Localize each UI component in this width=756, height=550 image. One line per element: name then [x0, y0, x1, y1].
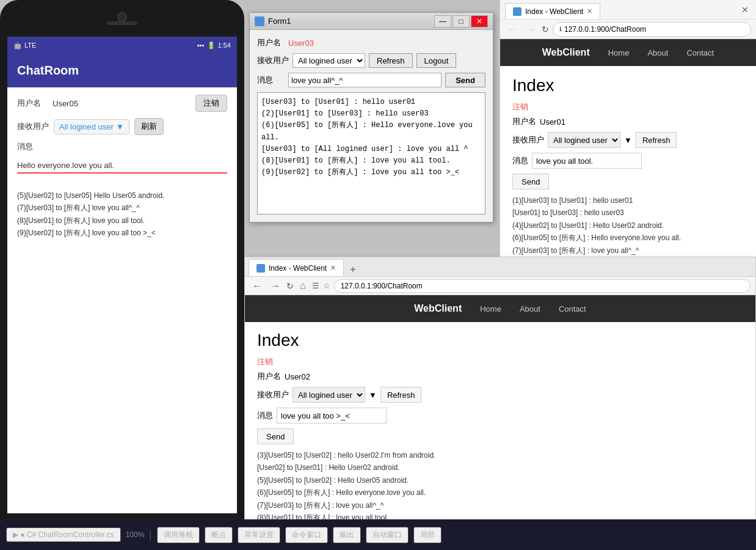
new-tab-btn[interactable]: +	[346, 264, 359, 275]
browser-top-nav-home[interactable]: Home	[608, 48, 630, 57]
form1-title: Form1	[268, 16, 291, 26]
browser-bottom-nav-home[interactable]: Home	[480, 304, 501, 314]
browser-top-nav-contact[interactable]: Contact	[686, 48, 714, 57]
browser-top-titlebar: Index - WebClient ✕ ✕	[500, 0, 756, 20]
browser-bottom-username-value: User02	[285, 372, 310, 381]
phone-message-label: 消息	[17, 141, 48, 152]
reader-icon: ☰	[312, 281, 319, 290]
phone-message-row: 消息	[17, 141, 227, 152]
form1-receive-select[interactable]: All logined user	[293, 53, 365, 68]
browser-bottom-message-input[interactable]	[277, 408, 387, 424]
form1-close-btn[interactable]: ✕	[471, 15, 488, 28]
phone-messages: (5)[User02] to [User05] Hello User05 and…	[17, 189, 227, 240]
taskbar-exception-btn[interactable]: 异常设置	[238, 527, 280, 543]
taskbar: ▶ ● C# ChatRoomController.cs 100% | 调用堆栈…	[0, 519, 756, 550]
form1-logout-btn[interactable]: Logout	[416, 53, 457, 68]
form1-window-controls: — □ ✕	[434, 15, 488, 28]
form1-refresh-btn[interactable]: Refresh	[369, 53, 413, 68]
browser-top-brand: WebClient	[542, 47, 590, 58]
browser-bottom-receive-select[interactable]: All logined user	[293, 387, 365, 403]
browser-top-receive-row: 接收用户 All logined user ▼ Refresh	[512, 132, 744, 148]
browser-top-logout-link[interactable]: 注销	[512, 101, 744, 112]
browser-bottom-receive-label: 接收用户	[257, 389, 289, 400]
phone-receive-dropdown[interactable]: All logined user ▼	[54, 119, 129, 134]
phone-msg-4: (9)[User02] to [所有人] love you all too >_…	[17, 227, 227, 239]
form1-minimize-btn[interactable]: —	[434, 15, 451, 28]
form1-chat-msg-3: [User03] to [All logined user] : love yo…	[261, 144, 481, 155]
form1-window: Form1 — □ ✕ 用户名 User03 接收用户 All logined …	[249, 12, 493, 222]
phone-receive-row: 接收用户 All logined user ▼ 刷新	[17, 118, 227, 135]
browser-top-fwd-btn[interactable]: →	[523, 23, 538, 36]
browser-bottom-tab-icon	[256, 264, 265, 273]
form1-chat-msg-1: (2)[User01] to [User03] : hello user03	[261, 108, 481, 120]
browser-top-message-input[interactable]	[532, 153, 642, 169]
browser-top-username-value: User01	[540, 117, 565, 127]
browser-top-receive-label: 接收用户	[512, 134, 544, 145]
form1-send-btn[interactable]: Send	[445, 73, 485, 87]
taskbar-output-btn[interactable]: 输出	[333, 527, 361, 543]
browser-top-refresh-icon[interactable]: ↻	[542, 24, 549, 34]
form1-body: 用户名 User03 接收用户 All logined user Refresh…	[250, 30, 493, 222]
browser-bottom-topbar: WebClient Home About Contact	[245, 295, 755, 322]
browser-top-send-btn[interactable]: Send	[512, 174, 549, 189]
android-icon: 🤖	[13, 42, 22, 50]
phone-signal: ▪▪▪	[197, 42, 205, 49]
browser-top-close-btn[interactable]: ✕	[739, 4, 751, 16]
taskbar-breakpoints-btn[interactable]: 断点	[205, 527, 233, 543]
browser-bottom-msg-1: [User02] to [User01] : Hello User02 andr…	[257, 461, 743, 474]
browser-top-page-title: Index	[512, 76, 744, 95]
form1-message-label: 消息	[257, 75, 285, 86]
taskbar-local-btn[interactable]: 局部	[413, 527, 442, 543]
browser-bottom-page-title: Index	[257, 331, 743, 350]
form1-window-icon	[255, 16, 264, 26]
browser-top-message-row: 消息	[512, 153, 744, 169]
browser-bottom-send-btn[interactable]: Send	[257, 428, 294, 444]
phone-msg-3: (8)[User01] to [所有人] love you all tool.	[17, 215, 227, 227]
browser-top-tabs: Index - WebClient ✕	[505, 0, 600, 19]
browser-bottom-logout-link[interactable]: 注销	[257, 356, 743, 367]
browser-bottom-nav-contact[interactable]: Contact	[559, 304, 586, 314]
browser-top-receive-select[interactable]: All logined user	[548, 132, 620, 148]
phone-refresh-btn[interactable]: 刷新	[134, 118, 164, 135]
browser-top-refresh-btn[interactable]: Refresh	[636, 132, 677, 148]
browser-bottom-username-label: 用户名	[257, 371, 281, 382]
browser-bottom-refresh-icon[interactable]: ↻	[286, 281, 294, 291]
phone-status-left: 🤖 LTE	[13, 42, 36, 50]
browser-bottom-back-btn[interactable]: ←	[250, 279, 264, 293]
phone-message-input[interactable]	[17, 158, 227, 174]
form1-username-value: User03	[288, 38, 314, 48]
form1-username-label: 用户名	[257, 37, 285, 48]
browser-top-msg-1: [User01] to [User03] : hello user03	[512, 207, 744, 219]
dropdown-arrow-icon: ▼	[116, 122, 124, 131]
browser-bottom-tab-close[interactable]: ✕	[330, 264, 336, 272]
browser-top-tab[interactable]: Index - WebClient ✕	[505, 3, 600, 19]
taskbar-callstack-btn[interactable]: 调用堆栈	[157, 527, 200, 543]
browser-bottom-nav-bar: ← → ↻ ⌂ ☰ ☆ 127.0.0.1:900/ChatRoom	[245, 277, 755, 295]
phone-username-value: User05	[53, 99, 78, 108]
browser-bottom-fwd-btn[interactable]: →	[268, 279, 283, 293]
browser-bottom-home-icon[interactable]: ⌂	[297, 279, 308, 293]
form1-chat-msg-0: [User03] to [User01] : hello user01	[261, 97, 481, 108]
browser-bottom-tab[interactable]: Index - WebClient ✕	[249, 259, 344, 276]
browser-bottom-brand: WebClient	[414, 303, 462, 314]
phone-receive-label: 接收用户	[17, 121, 49, 132]
taskbar-debug-btn[interactable]: ▶ ● C# ChatRoomController.cs	[6, 527, 121, 542]
phone-logout-btn[interactable]: 注销	[195, 95, 227, 112]
taskbar-auto-btn[interactable]: 自动窗口	[366, 527, 409, 543]
phone-appbar: ChatRoom	[7, 54, 237, 87]
browser-top-nav-about[interactable]: About	[647, 48, 668, 57]
browser-bottom-message-label: 消息	[257, 410, 273, 421]
taskbar-command-btn[interactable]: 命令窗口	[285, 527, 328, 543]
browser-bottom-window: Index - WebClient ✕ + ← → ↻ ⌂ ☰ ☆ 127.0.…	[244, 257, 756, 519]
browser-bottom-username-row: 用户名 User02	[257, 371, 743, 382]
form1-maximize-btn[interactable]: □	[453, 15, 470, 28]
browser-bottom-refresh-btn[interactable]: Refresh	[380, 387, 422, 403]
form1-message-input[interactable]	[288, 73, 442, 87]
android-phone: 🤖 LTE ▪▪▪ 🔋 1:54 ChatRoom 用户名 User05 注销 …	[0, 0, 244, 550]
browser-top-back-btn[interactable]: ←	[505, 23, 520, 36]
phone-receive-value: All logined user	[59, 122, 114, 131]
browser-bottom-nav-about[interactable]: About	[520, 304, 540, 314]
browser-top-url-bar: ℹ 127.0.0.1:900/ChatRoom	[553, 22, 751, 37]
browser-top-tab-close[interactable]: ✕	[587, 7, 592, 15]
form1-chat-area: [User03] to [User01] : hello user01 (2)[…	[257, 92, 485, 215]
